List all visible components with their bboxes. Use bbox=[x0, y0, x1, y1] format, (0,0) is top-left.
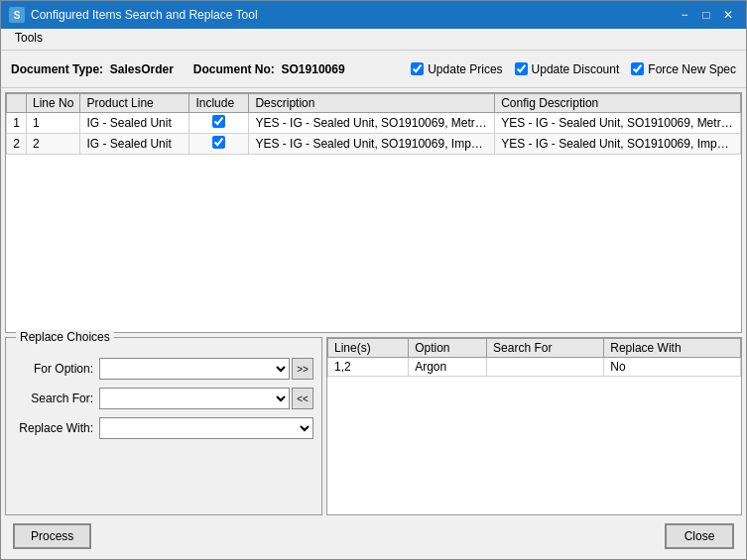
toolbar: Document Type: SalesOrder Document No: S… bbox=[1, 51, 746, 88]
header-lineno: Line No bbox=[27, 94, 80, 113]
replace-with-row: Replace With: bbox=[14, 417, 313, 439]
search-for-wrapper: << bbox=[99, 388, 313, 409]
right-header-lines: Line(s) bbox=[328, 339, 409, 358]
table-row: 1 1 IG - Sealed Unit YES - IG - Sealed U… bbox=[7, 113, 741, 134]
right-table: Line(s) Option Search For Replace With 1… bbox=[327, 338, 741, 377]
right-replacewith-cell: No bbox=[604, 358, 741, 377]
replace-with-label: Replace With: bbox=[14, 421, 93, 435]
description-cell: YES - IG - Sealed Unit, SO1910069, Imper… bbox=[249, 134, 495, 155]
update-discount-checkbox[interactable] bbox=[515, 62, 528, 75]
right-searchfor-cell bbox=[487, 358, 604, 377]
menu-tools[interactable]: Tools bbox=[9, 29, 49, 47]
search-for-back-btn[interactable]: << bbox=[292, 388, 313, 409]
doc-type-value: SalesOrder bbox=[110, 62, 174, 76]
right-header-replacewith: Replace With bbox=[604, 339, 741, 358]
replace-with-wrapper bbox=[99, 417, 313, 439]
title-controls: − □ ✕ bbox=[675, 6, 738, 24]
row-num-cell: 2 bbox=[7, 134, 27, 155]
header-productline: Product Line bbox=[80, 94, 189, 113]
title-bar: S Configured Items Search and Replace To… bbox=[1, 1, 746, 29]
line-no-cell: 1 bbox=[27, 113, 80, 134]
product-line-cell: IG - Sealed Unit bbox=[80, 134, 189, 155]
search-for-label: Search For: bbox=[14, 392, 93, 405]
replace-choices-title: Replace Choices bbox=[16, 330, 114, 344]
update-discount-label: Update Discount bbox=[532, 62, 620, 76]
include-checkbox-1[interactable] bbox=[212, 136, 225, 149]
right-lines-cell: 1,2 bbox=[328, 358, 409, 377]
header-rownum bbox=[7, 94, 27, 113]
right-table-row: 1,2 Argon No bbox=[328, 358, 741, 377]
bottom-buttons: Process Close bbox=[5, 515, 742, 555]
bottom-area: Replace Choices For Option: >> Search Fo… bbox=[5, 337, 742, 515]
replace-choices-panel: Replace Choices For Option: >> Search Fo… bbox=[5, 337, 322, 515]
description-cell: YES - IG - Sealed Unit, SO1910069, Metri… bbox=[249, 113, 495, 134]
force-new-spec-checkbox[interactable] bbox=[631, 62, 644, 75]
right-panel: Line(s) Option Search For Replace With 1… bbox=[326, 337, 742, 515]
right-header-option: Option bbox=[409, 339, 487, 358]
header-configdesc: Config Description bbox=[495, 94, 741, 113]
data-table-container: Line No Product Line Include Description… bbox=[5, 92, 742, 333]
line-no-cell: 2 bbox=[27, 134, 80, 155]
minimize-button[interactable]: − bbox=[675, 6, 694, 24]
product-line-cell: IG - Sealed Unit bbox=[80, 113, 189, 134]
search-for-select[interactable] bbox=[99, 388, 290, 409]
include-checkbox-0[interactable] bbox=[212, 115, 225, 128]
table-row: 2 2 IG - Sealed Unit YES - IG - Sealed U… bbox=[7, 134, 741, 155]
for-option-row: For Option: >> bbox=[14, 358, 313, 380]
row-num-cell: 1 bbox=[7, 113, 27, 134]
include-cell[interactable] bbox=[189, 134, 249, 155]
config-desc-cell: YES - IG - Sealed Unit, SO1910069, Imper… bbox=[495, 134, 741, 155]
window-close-button[interactable]: ✕ bbox=[718, 6, 738, 24]
for-option-forward-btn[interactable]: >> bbox=[292, 358, 313, 380]
force-new-spec-label: Force New Spec bbox=[648, 62, 736, 76]
doc-type: Document Type: SalesOrder bbox=[11, 62, 174, 76]
update-prices-item: Update Prices bbox=[411, 62, 502, 76]
config-desc-cell: YES - IG - Sealed Unit, SO1910069, Metri… bbox=[495, 113, 741, 134]
update-prices-checkbox[interactable] bbox=[411, 62, 424, 75]
doc-no: Document No: SO1910069 bbox=[193, 62, 345, 76]
process-button[interactable]: Process bbox=[13, 523, 91, 549]
app-icon: S bbox=[9, 7, 25, 23]
main-window: S Configured Items Search and Replace To… bbox=[0, 0, 747, 560]
menu-bar: Tools bbox=[1, 29, 746, 51]
force-new-spec-item: Force New Spec bbox=[631, 62, 736, 76]
checkboxes: Update Prices Update Discount Force New … bbox=[411, 62, 736, 76]
doc-type-label: Document Type: bbox=[11, 62, 103, 76]
doc-info: Document Type: SalesOrder Document No: S… bbox=[11, 62, 399, 76]
title-bar-left: S Configured Items Search and Replace To… bbox=[9, 7, 258, 23]
for-option-label: For Option: bbox=[14, 362, 93, 376]
search-for-row: Search For: << bbox=[14, 388, 313, 409]
doc-no-label: Document No: bbox=[193, 62, 275, 76]
replace-with-select[interactable] bbox=[99, 417, 313, 439]
data-table: Line No Product Line Include Description… bbox=[6, 93, 741, 155]
maximize-button[interactable]: □ bbox=[696, 6, 716, 24]
right-option-cell: Argon bbox=[409, 358, 487, 377]
close-button[interactable]: Close bbox=[665, 523, 734, 549]
include-cell[interactable] bbox=[189, 113, 249, 134]
header-description: Description bbox=[249, 94, 495, 113]
update-prices-label: Update Prices bbox=[428, 62, 502, 76]
window-title: Configured Items Search and Replace Tool bbox=[31, 8, 258, 22]
for-option-wrapper: >> bbox=[99, 358, 313, 380]
for-option-select[interactable] bbox=[99, 358, 290, 380]
right-header-searchfor: Search For bbox=[487, 339, 604, 358]
doc-no-value: SO1910069 bbox=[282, 62, 345, 76]
main-content: Line No Product Line Include Description… bbox=[1, 88, 746, 559]
update-discount-item: Update Discount bbox=[515, 62, 620, 76]
header-include: Include bbox=[189, 94, 249, 113]
